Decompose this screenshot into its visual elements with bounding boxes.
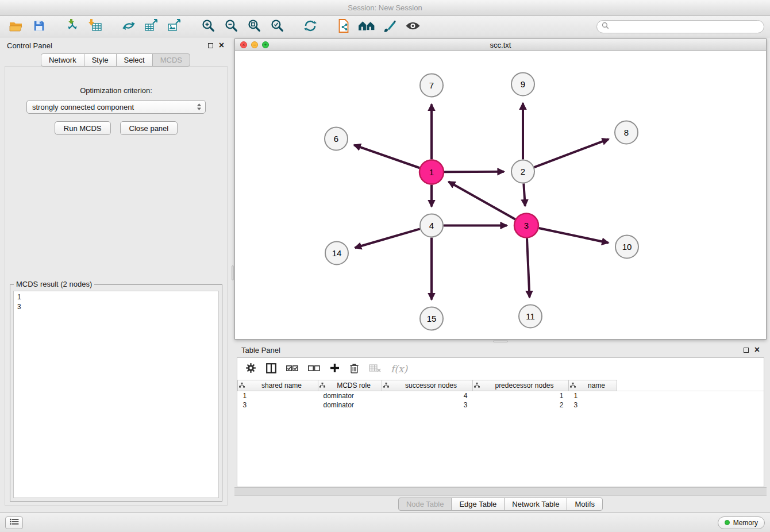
node-1[interactable]: 1 [419, 160, 444, 184]
export-image-button[interactable] [164, 18, 185, 36]
edge-3-1[interactable] [449, 182, 515, 219]
node-2[interactable]: 2 [511, 160, 534, 183]
zoom-selected-button[interactable] [267, 18, 287, 36]
splitter-handle[interactable] [232, 265, 234, 280]
zoom-out-button[interactable] [221, 18, 241, 36]
import-table-icon [88, 18, 103, 35]
network-view[interactable]: 7968124314101511 [235, 51, 766, 339]
search-input[interactable] [612, 22, 759, 32]
show-columns-button[interactable] [266, 363, 276, 375]
panel-splitter[interactable] [231, 37, 234, 512]
zoom-fit-button[interactable] [244, 18, 264, 36]
edge-1-2[interactable] [444, 172, 504, 172]
table-settings-button[interactable] [245, 363, 256, 375]
run-mcds-button[interactable]: Run MCDS [55, 121, 111, 135]
mcds-panel: Optimization criterion: strongly connect… [5, 66, 228, 506]
table-cell[interactable]: 4 [382, 391, 473, 400]
node-7[interactable]: 7 [420, 74, 443, 97]
mcds-result-box: MCDS result (2 nodes) 1 3 [10, 284, 222, 502]
node-9[interactable]: 9 [511, 73, 534, 96]
table-row[interactable]: 3dominator323 [238, 400, 764, 410]
table-panel-tabs: Node TableEdge TableNetwork TableMotifs [234, 496, 767, 512]
table-cell[interactable]: dominator [318, 391, 382, 400]
style-brush-button[interactable] [379, 18, 400, 36]
search-field[interactable] [596, 20, 764, 33]
column-header-predecessor-nodes[interactable]: predecessor nodes [473, 380, 569, 391]
function-builder-button-disabled[interactable]: f(x) [391, 363, 407, 375]
float-panel-icon[interactable] [744, 348, 749, 353]
horizontal-splitter[interactable] [234, 340, 767, 343]
tab-motifs[interactable]: Motifs [567, 498, 603, 511]
edge-2-8[interactable] [534, 139, 609, 167]
close-panel-icon[interactable]: × [754, 345, 760, 354]
tab-select[interactable]: Select [116, 53, 153, 67]
export-table-button[interactable] [141, 18, 162, 36]
select-all-columns-button[interactable] [286, 365, 298, 373]
criterion-dropdown[interactable]: strongly connected component [26, 100, 206, 114]
task-history-button[interactable] [5, 516, 23, 529]
right-column: scc.txt × − + 7968124314101511 Table Pan… [234, 37, 770, 512]
table-row[interactable]: 1dominator411 [238, 391, 764, 400]
create-column-button[interactable] [330, 363, 340, 375]
node-14[interactable]: 14 [325, 242, 348, 265]
node-11[interactable]: 11 [519, 305, 542, 328]
tab-mcds[interactable]: MCDS [152, 53, 190, 67]
save-session-button[interactable] [29, 18, 49, 36]
tab-node-table[interactable]: Node Table [398, 498, 452, 511]
minimize-window-icon[interactable]: − [251, 41, 258, 48]
tab-edge-table[interactable]: Edge Table [451, 498, 505, 511]
zoom-in-button[interactable] [198, 18, 218, 36]
node-10[interactable]: 10 [615, 236, 638, 259]
table-cell[interactable]: dominator [318, 400, 382, 410]
table-cell[interactable]: 2 [473, 400, 569, 410]
column-header-successor-nodes[interactable]: successor nodes [382, 380, 473, 391]
close-panel-icon[interactable]: × [219, 41, 224, 50]
memory-button[interactable]: Memory [718, 516, 765, 529]
show-hide-button[interactable] [402, 18, 423, 36]
maximize-window-icon[interactable]: + [262, 41, 269, 48]
delete-column-button[interactable] [349, 363, 359, 376]
edge-4-14[interactable] [355, 229, 420, 248]
node-8[interactable]: 8 [615, 121, 638, 144]
refresh-view-button[interactable] [300, 18, 321, 36]
edge-3-10[interactable] [539, 228, 609, 243]
export-network-button[interactable] [118, 18, 139, 36]
table-cell[interactable]: 1 [238, 391, 318, 400]
table-delete-icon [369, 364, 381, 374]
splitter-handle[interactable] [493, 340, 508, 342]
table-cell[interactable]: 3 [382, 400, 473, 410]
network-file-button[interactable] [333, 18, 354, 36]
column-header-name[interactable]: name [569, 380, 617, 391]
node-4[interactable]: 4 [420, 214, 443, 237]
column-header-shared-name[interactable]: shared name [238, 380, 318, 391]
edge-1-6[interactable] [354, 145, 419, 168]
gear-icon [245, 363, 256, 375]
table-cell[interactable]: 1 [473, 391, 569, 400]
open-session-button[interactable] [6, 18, 26, 36]
columns-icon [266, 363, 276, 375]
table-panel-header: Table Panel × [234, 343, 767, 357]
table-cell[interactable]: 3 [569, 400, 617, 410]
table-cell[interactable]: 3 [238, 400, 318, 410]
close-window-icon[interactable]: × [240, 41, 247, 48]
tab-network[interactable]: Network [41, 53, 84, 67]
delete-table-button-disabled[interactable] [369, 364, 381, 374]
node-15[interactable]: 15 [420, 307, 443, 330]
tab-style[interactable]: Style [84, 53, 117, 67]
node-3[interactable]: 3 [514, 214, 538, 238]
column-header-MCDS-role[interactable]: MCDS role [318, 380, 382, 391]
tab-network-table[interactable]: Network Table [504, 498, 567, 511]
table-cell[interactable]: 1 [569, 391, 617, 400]
node-6[interactable]: 6 [325, 128, 348, 151]
unselect-all-columns-button[interactable] [308, 365, 320, 373]
edge-2-3[interactable] [523, 183, 525, 206]
network-window-title: scc.txt [235, 41, 766, 49]
import-network-button[interactable] [62, 18, 83, 36]
close-panel-button[interactable]: Close panel [120, 121, 178, 135]
mcds-result-text[interactable]: 1 3 [13, 291, 219, 498]
zoom-in-icon [201, 18, 215, 34]
home-button[interactable] [356, 18, 377, 36]
float-panel-icon[interactable] [208, 43, 213, 48]
edge-3-11[interactable] [527, 238, 530, 297]
import-table-button[interactable] [85, 18, 106, 36]
